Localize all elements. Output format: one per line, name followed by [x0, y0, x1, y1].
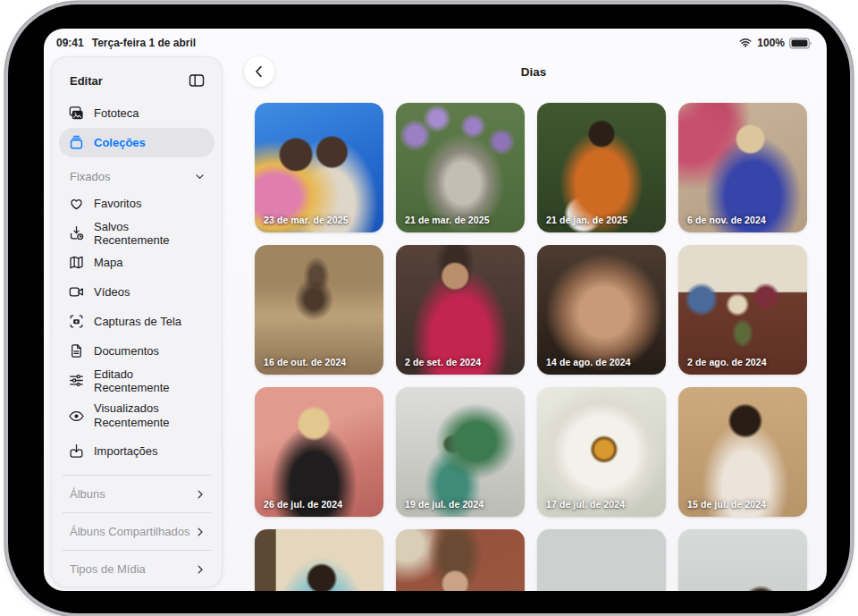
sidebar-item-mapa[interactable]: Mapa [59, 248, 214, 277]
photo-tile[interactable] [537, 529, 666, 591]
sidebar-item-label: Importações [94, 444, 158, 458]
import-icon [68, 443, 85, 460]
sidebar-item-importacoes[interactable]: Importações [59, 436, 214, 466]
photo-date-label: 6 de nov. de 2024 [687, 215, 766, 225]
page-title: Dias [255, 65, 812, 79]
chevron-right-icon [195, 564, 206, 575]
photo-tile[interactable]: 2 de ago. de 2024 [678, 245, 807, 375]
photo-tile[interactable]: 19 de jul. de 2024 [396, 387, 525, 517]
sidebar-item-label: Mapa [94, 256, 123, 269]
photo-date-label: 26 de jul. de 2024 [264, 499, 342, 510]
video-icon [68, 283, 85, 300]
heart-icon [68, 195, 85, 212]
status-bar: 09:41 Terça-feira 1 de abril 100% [44, 29, 827, 52]
photo-tile[interactable]: 15 de jul. de 2024 [678, 387, 807, 517]
sidebar-item-label: Salvos Recentemente [94, 220, 206, 247]
section-label: Álbuns [70, 487, 105, 501]
photo-date-label: 21 de mar. de 2025 [405, 215, 490, 225]
photo-date-label: 2 de ago. de 2024 [687, 357, 767, 367]
section-label: Álbuns Compartilhados [70, 525, 189, 538]
photo-tile[interactable]: 21 de jan. de 2025 [537, 103, 666, 232]
sidebar-item-label: Favoritos [94, 197, 141, 210]
sidebar-item-label: Fototeca [94, 106, 139, 120]
chevron-right-icon [195, 489, 206, 500]
status-date: Terça-feira 1 de abril [92, 37, 197, 49]
sidebar-item-label: Documentos [94, 344, 159, 358]
sidebar-item-salvos-recentemente[interactable]: Salvos Recentemente [59, 218, 214, 248]
chevron-down-icon [194, 171, 206, 182]
photo-date-label: 16 de out. de 2024 [264, 357, 346, 367]
screenshot-icon [68, 313, 85, 330]
photo-library-icon [68, 105, 85, 122]
sidebar-item-fototeca[interactable]: Fototeca [59, 98, 214, 128]
screen: 09:41 Terça-feira 1 de abril 100% [44, 29, 827, 591]
sliders-icon [68, 372, 85, 389]
wifi-icon [738, 36, 753, 50]
sidebar-item-editado-recentemente[interactable]: Editado Recentemente [59, 366, 214, 395]
sidebar-toggle-icon[interactable] [186, 70, 207, 91]
photo-date-label: 15 de jul. de 2024 [687, 499, 766, 510]
section-label: Tipos de Mídia [70, 562, 146, 576]
battery-percent: 100% [757, 37, 785, 49]
sidebar-section-tipos-de-midia[interactable]: Tipos de Mídia [59, 551, 214, 587]
sidebar-item-label: Editado Recentemente [94, 367, 206, 394]
photo-grid: 23 de mar. de 202521 de mar. de 202521 d… [255, 103, 812, 591]
eye-icon [68, 408, 85, 425]
sidebar-section-albuns-compartilhados[interactable]: Álbuns Compartilhados [59, 513, 214, 550]
sidebar-item-videos[interactable]: Vídeos [59, 277, 214, 307]
document-icon [68, 342, 85, 359]
sidebar-item-colecoes[interactable]: Coleções [59, 128, 214, 157]
photo-tile[interactable]: 14 de ago. de 2024 [537, 245, 666, 375]
sidebar-item-documentos[interactable]: Documentos [59, 336, 214, 366]
photo-date-label: 23 de mar. de 2025 [264, 215, 349, 225]
saved-recently-icon [68, 224, 85, 241]
sidebar-item-label: Capturas de Tela [94, 315, 181, 328]
section-header-label: Fixados [70, 170, 111, 183]
photo-tile[interactable]: 23 de mar. de 2025 [255, 103, 383, 232]
photo-tile[interactable]: 17 de jul. de 2024 [537, 387, 666, 517]
ipad-device-frame: 09:41 Terça-feira 1 de abril 100% [8, 4, 850, 613]
edit-button[interactable]: Editar [70, 74, 103, 88]
photo-date-label: 21 de jan. de 2025 [546, 215, 627, 225]
collections-stack-icon [68, 134, 85, 151]
sidebar-item-favoritos[interactable]: Favoritos [59, 189, 214, 218]
sidebar-section-albuns[interactable]: Álbuns [59, 476, 214, 512]
photo-date-label: 17 de jul. de 2024 [546, 499, 625, 510]
sidebar-bottom-sections: Álbuns Álbuns Compartilhados [59, 475, 214, 587]
sidebar-item-label: Visualizados Recentemente [94, 401, 199, 431]
photo-tile[interactable] [396, 529, 525, 591]
photo-tile[interactable]: 2 de set. de 2024 [396, 245, 525, 375]
battery-icon [789, 38, 812, 49]
page: 09:41 Terça-feira 1 de abril 100% [0, 0, 858, 616]
photo-tile[interactable]: 26 de jul. de 2024 [255, 387, 383, 517]
photo-date-label: 14 de ago. de 2024 [546, 357, 631, 367]
photo-tile[interactable]: 16 de out. de 2024 [255, 245, 383, 375]
map-icon [68, 254, 85, 271]
photo-date-label: 2 de set. de 2024 [405, 357, 481, 367]
photo-tile[interactable]: 6 de nov. de 2024 [678, 103, 807, 232]
photo-tile[interactable]: 21 de mar. de 2025 [396, 103, 525, 232]
sidebar: Editar [51, 56, 223, 587]
sidebar-item-label: Vídeos [94, 285, 130, 299]
photo-tile[interactable] [678, 529, 807, 591]
sidebar-item-visualizados-recentemente[interactable]: Visualizados Recentemente [59, 395, 214, 436]
sidebar-item-capturas-de-tela[interactable]: Capturas de Tela [59, 307, 214, 336]
photo-tile[interactable] [255, 529, 383, 591]
status-time: 09:41 [56, 37, 84, 49]
sidebar-header: Editar [59, 64, 214, 98]
chevron-right-icon [195, 527, 206, 537]
photo-date-label: 19 de jul. de 2024 [405, 499, 484, 510]
sidebar-section-fixados[interactable]: Fixados [59, 157, 214, 189]
sidebar-item-label: Coleções [94, 136, 146, 149]
